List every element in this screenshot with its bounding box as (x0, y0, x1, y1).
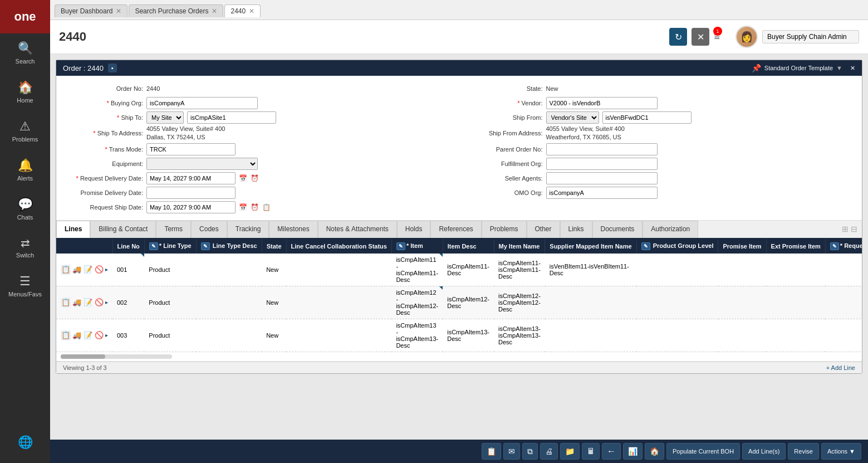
close-tab-buyer[interactable]: ✕ (116, 7, 121, 15)
close-tab-2440[interactable]: ✕ (249, 7, 254, 15)
row-2-detail-icon[interactable]: 📋 (61, 298, 71, 308)
equipment-select[interactable] (146, 158, 258, 170)
row-3-truck-icon[interactable]: 🚚 (72, 330, 82, 340)
lines-container: Line No ✎* Line Type ✎ Line Type Desc St… (56, 239, 862, 352)
row-1-list-icon[interactable]: 📝 (83, 265, 93, 275)
sidebar-item-problems[interactable]: ⚠ Problems (0, 111, 50, 150)
ship-to-site-input[interactable] (187, 111, 276, 124)
tab-2440[interactable]: 2440 ✕ (224, 4, 261, 17)
tab-lines[interactable]: Lines (56, 221, 90, 238)
sidebar-item-switch[interactable]: ⇄ Switch (0, 228, 50, 266)
parent-order-input[interactable] (546, 143, 658, 155)
back-btn[interactable]: ← (602, 443, 621, 460)
request-delivery-input[interactable] (146, 172, 236, 184)
seller-agents-input[interactable] (546, 172, 658, 184)
tab-holds[interactable]: Holds (397, 221, 431, 238)
row-3-flag-icon[interactable]: 🚫 (94, 330, 104, 340)
edit-product-group-icon[interactable]: ✎ (641, 242, 650, 250)
app-logo[interactable]: one (0, 0, 50, 33)
row-1-flag-icon[interactable]: 🚫 (94, 265, 104, 275)
promise-delivery-input[interactable] (146, 187, 236, 199)
clock-icon[interactable]: ⏰ (251, 174, 259, 182)
email-btn[interactable]: ✉ (503, 443, 520, 460)
calculator-btn[interactable]: 🖩 (582, 443, 600, 460)
request-ship-input[interactable] (146, 201, 236, 213)
tab-terms[interactable]: Terms (156, 221, 191, 238)
ship-calendar-icon[interactable]: 📅 (239, 203, 247, 211)
edit-req-qty-icon[interactable]: ✎ (830, 242, 839, 250)
row-2-list-icon[interactable]: 📝 (83, 298, 93, 308)
edit-item-icon[interactable]: ✎ (396, 242, 405, 250)
template-dropdown[interactable]: ▼ (836, 65, 842, 71)
row-2-line-no: 002 (112, 286, 144, 319)
row-3-promise-item (718, 319, 766, 352)
tab-search-po[interactable]: Search Purchase Orders ✕ (129, 4, 223, 17)
trans-mode-input[interactable] (146, 143, 236, 155)
row-1-detail-icon[interactable]: 📋 (61, 265, 71, 275)
scroll-thumb[interactable] (61, 354, 105, 359)
buying-org-input[interactable] (146, 97, 258, 109)
promise-delivery-label: Promise Delivery Date: (65, 189, 143, 196)
row-1-truck-icon[interactable]: 🚚 (72, 265, 82, 275)
tab-tracking[interactable]: Tracking (227, 221, 269, 238)
folder-btn[interactable]: 📁 (560, 443, 580, 460)
tab-references[interactable]: References (430, 221, 481, 238)
ship-extra-icon[interactable]: 📋 (262, 203, 271, 211)
tab-codes[interactable]: Codes (191, 221, 227, 238)
scroll-track[interactable] (61, 354, 172, 359)
add-line-button[interactable]: + Add Line (826, 364, 855, 371)
vendor-input[interactable] (546, 97, 658, 109)
tab-authorization[interactable]: Authorization (643, 221, 698, 238)
chart-btn[interactable]: 📊 (623, 443, 643, 460)
sidebar-item-search[interactable]: 🔍 Search (0, 33, 50, 72)
close-panel-btn[interactable]: ✕ (850, 65, 855, 72)
sidebar-item-globe[interactable]: 🌐 (15, 427, 36, 457)
tab-documents[interactable]: Documents (592, 221, 643, 238)
row-2-truck-icon[interactable]: 🚚 (72, 298, 82, 308)
refresh-button[interactable]: ↻ (669, 28, 687, 46)
ship-clock-icon[interactable]: ⏰ (251, 203, 259, 211)
ship-from-site-input[interactable] (602, 111, 692, 124)
col-item-desc: Item Desc (443, 239, 494, 254)
tab-other[interactable]: Other (527, 221, 560, 238)
edit-line-type-icon[interactable]: ✎ (149, 242, 158, 250)
collapse-icon[interactable]: ⊟ (851, 225, 857, 233)
row-3-detail-icon[interactable]: 📋 (61, 330, 71, 340)
tab-problems[interactable]: Problems (482, 221, 527, 238)
fulfillment-org-row: Fulfillment Org: (465, 157, 854, 171)
row-2-flag-icon[interactable]: 🚫 (94, 298, 104, 308)
copy-btn[interactable]: ⧉ (522, 443, 538, 460)
tab-links[interactable]: Links (560, 221, 592, 238)
edit-line-type-desc-icon[interactable]: ✎ (201, 242, 210, 250)
row-2-state: New (262, 286, 286, 319)
order-tag: ▪ (108, 64, 117, 72)
close-button[interactable]: ✕ (692, 28, 709, 46)
expand-icon[interactable]: ⊞ (842, 225, 849, 233)
ship-from-select[interactable]: Vendor's Site (546, 111, 599, 124)
omo-org-input[interactable] (546, 187, 658, 199)
actions-btn[interactable]: Actions ▼ (821, 443, 861, 460)
ship-to-select[interactable]: My Site (146, 111, 184, 124)
tab-notes-attachments[interactable]: Notes & Attachments (318, 221, 397, 238)
tab-billing-contact[interactable]: Billing & Contact (90, 221, 156, 238)
col-line-type-desc: ✎ Line Type Desc (196, 239, 262, 254)
sidebar-item-alerts[interactable]: 🔔 Alerts (0, 150, 50, 189)
clipboard-btn[interactable]: 📋 (482, 443, 501, 460)
tab-milestones[interactable]: Milestones (269, 221, 317, 238)
revise-btn[interactable]: Revise (788, 443, 819, 460)
populate-boh-btn[interactable]: Populate Current BOH (666, 443, 740, 460)
home-toolbar-btn[interactable]: 🏠 (645, 443, 664, 460)
close-tab-search[interactable]: ✕ (212, 7, 217, 15)
sidebar-item-chats[interactable]: 💬 Chats (0, 189, 50, 228)
sidebar-item-menus[interactable]: ☰ Menus/Favs (0, 266, 50, 305)
col-cancel-status: Line Cancel Collaboration Status (286, 239, 391, 254)
order-form: Order No: 2440 Buying Org: Ship To: My S… (56, 76, 862, 221)
add-lines-btn[interactable]: Add Line(s) (742, 443, 786, 460)
sidebar-item-home[interactable]: 🏠 Home (0, 72, 50, 111)
print-btn[interactable]: 🖨 (540, 443, 558, 460)
fulfillment-org-input[interactable] (546, 158, 658, 170)
calendar-icon[interactable]: 📅 (239, 174, 247, 182)
user-role-select[interactable]: Buyer Supply Chain Admin (762, 30, 859, 43)
row-3-list-icon[interactable]: 📝 (83, 330, 93, 340)
tab-buyer-dashboard[interactable]: Buyer Dashboard ✕ (55, 4, 127, 17)
